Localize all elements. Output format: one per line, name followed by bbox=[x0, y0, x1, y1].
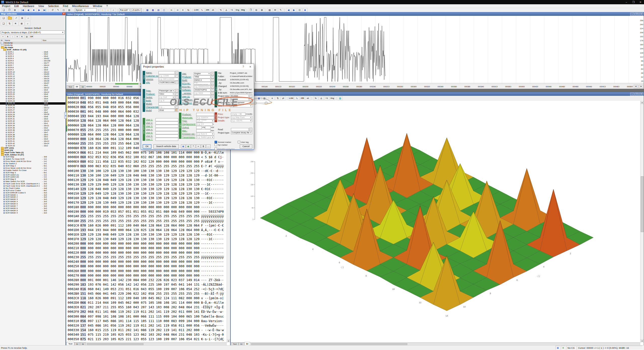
chevron-down-icon[interactable]: ▼ bbox=[250, 102, 252, 103]
marker-icon[interactable]: ■ bbox=[303, 8, 308, 12]
expand-icon[interactable]: » bbox=[196, 144, 200, 148]
field-label-checksum[interactable]: Checksum: bbox=[182, 99, 194, 101]
field-arrow-button[interactable]: › bbox=[211, 82, 214, 85]
scroll-down-icon[interactable]: ▼ bbox=[227, 339, 230, 342]
project-grid-icon[interactable]: ⊞ bbox=[12, 8, 17, 12]
hexdump-row[interactable]: 000340151 075 115 219 105 025 055 123 06… bbox=[68, 332, 227, 337]
field-producer[interactable]: TRW bbox=[194, 75, 211, 78]
chevron-down-icon[interactable]: ▼ bbox=[84, 9, 86, 11]
hexdump-row[interactable]: 0002B0151 045 066 041 045 229 206 022 10… bbox=[68, 291, 227, 296]
spin-down-icon[interactable]: ▼ bbox=[140, 10, 141, 11]
field-label-user-1[interactable]: User 1: bbox=[146, 118, 155, 121]
mode-loh-button[interactable]: LOH bbox=[194, 8, 199, 12]
field-project-state[interactable]: in development▼ bbox=[230, 101, 252, 104]
field-arrow-button[interactable]: › bbox=[249, 98, 252, 101]
field-label-displacement[interactable]: Displacement: bbox=[182, 123, 196, 125]
field-details[interactable]: e.g. +25 PS▼ bbox=[231, 119, 252, 122]
win1-minimize-icon[interactable]: – bbox=[630, 13, 634, 16]
hexdump-row[interactable]: 0000E0080 032 111 056 122 035 032 102 03… bbox=[68, 159, 227, 164]
chevron-down-icon[interactable]: ▼ bbox=[212, 120, 213, 122]
filter-list-icon[interactable]: ▥ bbox=[25, 35, 29, 38]
filter-wave-icon[interactable]: ≋ bbox=[15, 35, 19, 38]
rotation-spinner-arrows[interactable]: ▲▼ bbox=[129, 9, 130, 11]
view-2d-icon[interactable]: ▦ bbox=[145, 8, 150, 12]
nav-prev-icon[interactable]: ◀ bbox=[26, 8, 31, 12]
field-type[interactable]: Passenger car▼ bbox=[158, 89, 175, 92]
hex-view-icon[interactable]: ▥ bbox=[67, 8, 72, 12]
win3-minimize-icon[interactable]: – bbox=[630, 93, 634, 96]
hexdump-row[interactable]: 000110130 130 100 130 049 129 128 048 04… bbox=[68, 173, 227, 178]
minimize-button[interactable]: – bbox=[623, 0, 630, 4]
field-label-type[interactable]: Type: bbox=[182, 120, 196, 122]
hexdump-row[interactable]: 000190000 000 000 019 053 057 051 051 05… bbox=[68, 209, 227, 214]
hexdump-row[interactable]: 0001E0129 129 128 048 049 129 128 130 13… bbox=[68, 232, 227, 237]
w3-absolute-button[interactable]: ≡1 bbox=[324, 96, 329, 100]
mode-255-button[interactable]: 255 bbox=[205, 8, 210, 12]
field-label-name[interactable]: Name: bbox=[146, 71, 158, 74]
field-label-emission-std[interactable]: Emission std.: bbox=[182, 133, 196, 135]
field-arrow-button[interactable]: › bbox=[211, 95, 214, 98]
field-label-model[interactable]: Model: bbox=[146, 103, 158, 105]
field-label-user-2[interactable]: User 2: bbox=[146, 122, 155, 124]
view-split-icon[interactable]: ◫ bbox=[162, 8, 167, 12]
hexdump-row[interactable]: 000170129 129 128 130 049 129 128 130 13… bbox=[68, 200, 227, 205]
window-cascade-icon[interactable]: ❐ bbox=[248, 8, 253, 12]
field-label-producer[interactable]: Producer: bbox=[182, 76, 194, 78]
field-label-output[interactable]: Output: bbox=[182, 126, 196, 129]
hexdump-row[interactable]: 0002A0016 060 041 149 053 231 051 016 04… bbox=[68, 287, 227, 291]
menu-selection[interactable]: Selection bbox=[46, 4, 61, 8]
field-output-2[interactable] bbox=[205, 126, 211, 129]
hexdump-row[interactable]: 0001D0193 044 193 044 000 000 064 128 02… bbox=[68, 228, 227, 232]
undo-icon[interactable]: ↺ bbox=[50, 8, 55, 12]
chevron-down-icon[interactable]: ▼ bbox=[250, 105, 252, 107]
menu-miscellaneous[interactable]: Miscellaneous bbox=[70, 4, 91, 8]
page-prev-icon[interactable]: ◀ bbox=[286, 8, 291, 12]
spin-down-icon[interactable]: ▼ bbox=[129, 10, 130, 11]
mode-curve-icon[interactable]: ∿ bbox=[199, 8, 205, 12]
projects-versions-maps-combo[interactable]: Projects, Versions & Maps: (Ctrl+Shift+F… bbox=[1, 30, 65, 34]
field-ecu-nr[interactable]: e.g. 03G906016GN bbox=[194, 82, 211, 85]
field-user-7[interactable] bbox=[155, 138, 178, 141]
chevron-down-icon[interactable]: ▼ bbox=[173, 90, 174, 92]
chevron-down-icon[interactable]: ▼ bbox=[173, 97, 174, 98]
field-label-software[interactable]: Software: bbox=[182, 89, 194, 91]
panel-delete-icon[interactable]: ⊠ bbox=[19, 21, 24, 26]
w3-loh-button[interactable]: LOH bbox=[289, 96, 294, 100]
nav-last-icon[interactable]: ▶| bbox=[42, 8, 47, 12]
field-label-user-7[interactable]: User 7: bbox=[146, 138, 155, 141]
field-arrow-button[interactable]: › bbox=[249, 128, 252, 131]
window-tile-v-icon[interactable]: ⊞ bbox=[259, 8, 264, 12]
hexdump-row[interactable]: 000300084 097 098 101 108 108 101 000 06… bbox=[68, 314, 227, 319]
field-label-producer[interactable]: Producer: bbox=[182, 113, 196, 116]
field-displacement[interactable]: e.g. 2.0 bbox=[196, 123, 213, 126]
field-elements[interactable]: Eprom bbox=[230, 98, 249, 101]
field-label-producer[interactable]: Producer: bbox=[146, 93, 158, 95]
tab-3d[interactable]: 3d bbox=[80, 85, 86, 89]
hexdump-row[interactable]: 000330154 160 015 215 119 011 202 141 08… bbox=[68, 328, 227, 332]
bulb-auto-icon[interactable]: ☼ bbox=[100, 8, 105, 12]
hexdump-row[interactable]: 0001B0255 255 255 255 255 255 255 255 25… bbox=[68, 219, 227, 223]
field-name[interactable] bbox=[158, 71, 175, 74]
tree-col-m[interactable]: M. bbox=[0, 39, 4, 42]
search-maps-icon[interactable]: ⌕ bbox=[111, 8, 116, 12]
more-icon[interactable]: … bbox=[206, 144, 211, 148]
tab-2d[interactable]: 2d bbox=[74, 85, 80, 89]
hexdump-row[interactable]: 000100130 130 100 129 128 130 130 100 13… bbox=[68, 169, 227, 173]
hexdump-row[interactable]: 0001C0070 160 026 000 091 112 109 040 06… bbox=[68, 223, 227, 228]
field-version[interactable]: e.g. 0003 bbox=[194, 92, 211, 95]
hexdump-row[interactable]: 000200000 000 000 000 000 000 000 000 00… bbox=[68, 241, 227, 246]
view-text-icon[interactable]: ▤ bbox=[156, 8, 161, 12]
w3-delta-icon[interactable]: Δ bbox=[319, 96, 324, 100]
field-project-type[interactable]: e.g. Map Pack▼ bbox=[231, 116, 252, 119]
field-label-motorcode[interactable]: Motorcode: bbox=[182, 116, 196, 119]
hexdump-row[interactable]: 000240000 000 000 000 000 000 000 000 00… bbox=[68, 259, 227, 264]
w3-swap-icon[interactable]: ⇄ bbox=[281, 96, 286, 100]
hexdump-row[interactable]: 000220000 000 000 000 000 000 000 000 00… bbox=[68, 250, 227, 255]
field-model[interactable] bbox=[158, 102, 175, 105]
maximize-button[interactable]: ❐ bbox=[630, 0, 637, 4]
hexdump-row[interactable]: 0002D0066 011 214 044 109 045 062 000 07… bbox=[68, 300, 227, 305]
mode-step-button[interactable]: ±1 bbox=[211, 8, 216, 12]
field-build[interactable]: e.g. 6▼ bbox=[158, 99, 175, 102]
filter-updown-icon[interactable]: ↕ bbox=[10, 35, 15, 38]
scroll-down-icon[interactable]: ▼ bbox=[640, 339, 644, 342]
